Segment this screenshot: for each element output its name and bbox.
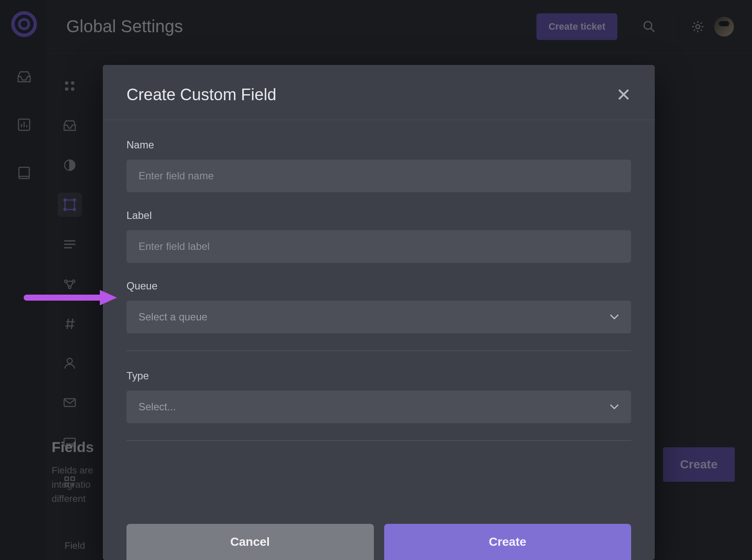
chevron-down-icon (610, 404, 619, 410)
modal-body: Name Label Queue Select a queue Type Sel… (103, 120, 655, 464)
create-custom-field-modal: Create Custom Field ✕ Name Label Queue S… (103, 65, 655, 560)
name-label: Name (126, 139, 631, 151)
type-placeholder: Select... (139, 401, 176, 413)
queue-select[interactable]: Select a queue (126, 301, 631, 333)
type-label: Type (126, 370, 631, 382)
close-icon[interactable]: ✕ (616, 86, 631, 104)
create-button[interactable]: Create (384, 524, 632, 560)
queue-placeholder: Select a queue (139, 311, 207, 323)
modal-title: Create Custom Field (126, 86, 276, 104)
modal-header: Create Custom Field ✕ (103, 65, 655, 120)
cancel-button[interactable]: Cancel (126, 524, 374, 560)
divider (126, 440, 631, 441)
modal-footer: Cancel Create (103, 524, 655, 560)
label-label: Label (126, 209, 631, 222)
label-input[interactable] (126, 230, 631, 263)
name-input[interactable] (126, 160, 631, 192)
queue-label: Queue (126, 280, 631, 292)
type-select[interactable]: Select... (126, 391, 631, 423)
chevron-down-icon (610, 314, 619, 320)
divider (126, 351, 631, 351)
